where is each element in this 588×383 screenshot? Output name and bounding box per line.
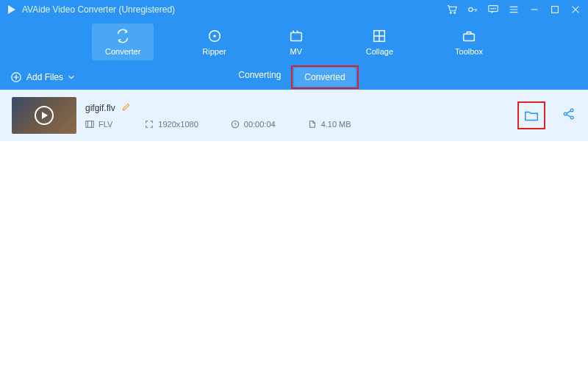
file-name: gifgif.flv	[85, 103, 115, 113]
highlight-converted-tab: Converted	[291, 65, 358, 89]
collage-icon	[371, 28, 387, 44]
nav-label: Ripper	[202, 47, 226, 56]
tab-label: Converting	[238, 70, 281, 80]
svg-rect-8	[552, 7, 559, 13]
svg-rect-11	[290, 32, 301, 40]
window-controls	[445, 3, 582, 16]
nav-item-mv[interactable]: MV	[275, 24, 318, 60]
svg-point-2	[454, 12, 456, 14]
main-nav: Converter Ripper MV Collage Toolbox	[0, 19, 588, 65]
meta-duration: 00:00:04	[231, 120, 276, 129]
tab-label: Converted	[304, 72, 345, 82]
svg-rect-13	[464, 34, 475, 40]
sub-nav: Add Files Converting Converted	[0, 65, 588, 90]
svg-point-3	[469, 7, 473, 11]
video-thumbnail[interactable]	[12, 97, 76, 134]
window-title: AVAide Video Converter (Unregistered)	[22, 4, 175, 15]
nav-item-toolbox[interactable]: Toolbox	[442, 24, 496, 60]
cart-icon[interactable]	[445, 3, 459, 16]
maximize-button[interactable]	[548, 3, 562, 16]
resolution-icon	[145, 120, 154, 129]
chevron-down-icon	[68, 74, 75, 81]
meta-format: FLV	[85, 120, 112, 129]
titlebar: AVAide Video Converter (Unregistered)	[0, 0, 588, 19]
svg-point-1	[450, 12, 451, 14]
film-icon	[85, 120, 94, 129]
close-button[interactable]	[569, 3, 582, 16]
meta-resolution: 1920x1080	[145, 120, 198, 129]
clock-icon	[231, 120, 240, 129]
feedback-icon[interactable]	[487, 3, 500, 16]
row-actions	[517, 101, 576, 129]
svg-point-6	[493, 8, 494, 9]
menu-icon[interactable]	[507, 3, 520, 16]
app-logo-icon	[6, 4, 18, 15]
svg-marker-0	[8, 5, 15, 14]
nav-label: Converter	[105, 47, 140, 56]
svg-point-7	[495, 8, 495, 9]
file-info: gifgif.flv FLV 1920x1080 00:00:04	[85, 102, 509, 129]
ripper-icon	[207, 28, 223, 44]
content-area: gifgif.flv FLV 1920x1080 00:00:04	[0, 90, 588, 383]
nav-label: MV	[290, 47, 302, 56]
meta-format-value: FLV	[98, 120, 112, 129]
open-folder-button[interactable]	[520, 104, 542, 126]
highlight-open-folder	[517, 101, 545, 129]
meta-size-value: 4.10 MB	[321, 120, 351, 129]
svg-rect-15	[86, 121, 93, 128]
file-icon	[308, 120, 317, 129]
nav-item-converter[interactable]: Converter	[92, 24, 154, 60]
tab-converted[interactable]: Converted	[294, 68, 355, 87]
svg-point-10	[213, 35, 216, 37]
converter-icon	[115, 28, 131, 44]
svg-point-18	[570, 109, 573, 112]
share-button[interactable]	[562, 107, 576, 124]
nav-label: Toolbox	[455, 47, 483, 56]
key-icon[interactable]	[466, 3, 479, 16]
file-row: gifgif.flv FLV 1920x1080 00:00:04	[0, 90, 588, 141]
nav-label: Collage	[366, 47, 393, 56]
folder-icon	[523, 107, 539, 124]
nav-item-collage[interactable]: Collage	[353, 24, 406, 60]
add-files-button[interactable]: Add Files	[10, 71, 75, 83]
nav-item-ripper[interactable]: Ripper	[189, 24, 239, 60]
svg-point-17	[564, 112, 567, 115]
meta-size: 4.10 MB	[308, 120, 351, 129]
play-icon	[35, 106, 54, 125]
edit-name-button[interactable]	[121, 102, 131, 114]
minimize-button[interactable]	[528, 3, 541, 16]
meta-duration-value: 00:00:04	[244, 120, 276, 129]
svg-point-19	[570, 116, 573, 119]
meta-resolution-value: 1920x1080	[158, 120, 198, 129]
mv-icon	[288, 28, 304, 44]
add-files-label: Add Files	[26, 72, 63, 82]
tab-converting[interactable]: Converting	[228, 65, 291, 89]
svg-point-5	[491, 8, 492, 9]
toolbox-icon	[461, 28, 477, 44]
share-icon	[562, 107, 576, 121]
